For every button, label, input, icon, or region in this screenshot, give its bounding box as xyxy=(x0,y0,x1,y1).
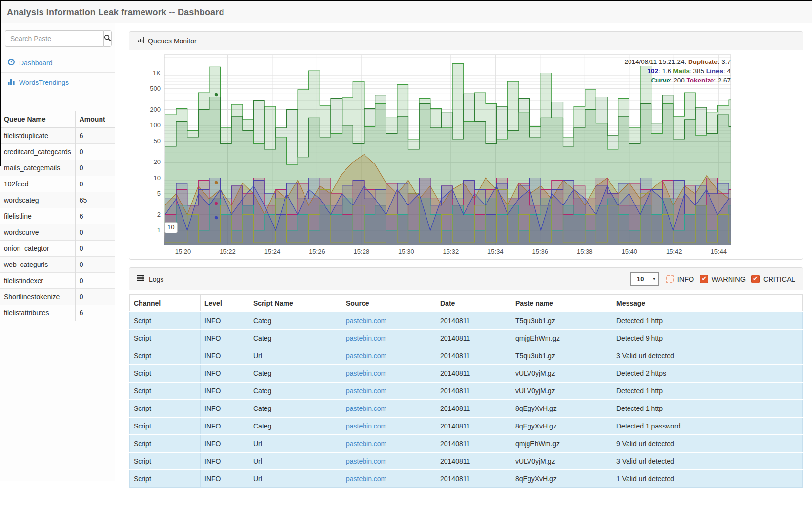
source-link[interactable]: pastebin.com xyxy=(346,352,386,360)
critical-filter-checkbox[interactable] xyxy=(751,275,760,283)
log-cell: qmjgEhWm.gz xyxy=(511,329,612,347)
window-top-edge xyxy=(0,0,812,1)
svg-text:15:20: 15:20 xyxy=(175,248,191,255)
log-column-header: Channel xyxy=(130,295,201,312)
svg-text:50: 50 xyxy=(154,137,161,144)
log-cell: Script xyxy=(130,435,201,452)
chart-legend-line: 102: 1.6 Mails: 385 Lines: 4 xyxy=(625,66,731,76)
chart-legend-segment: : 200 xyxy=(670,77,687,84)
log-cell: Categ xyxy=(249,365,342,382)
log-cell: INFO xyxy=(201,435,249,452)
log-cell: 1 Valid url detected xyxy=(612,470,803,488)
svg-text:2: 2 xyxy=(157,211,161,218)
queue-amount-cell: 6 xyxy=(75,305,115,321)
queue-row: creditcard_categcards0 xyxy=(0,144,115,160)
queue-row: onion_categtor0 xyxy=(0,241,115,257)
queue-row: wordscateg65 xyxy=(0,192,115,208)
sidebar-item-dashboard[interactable]: Dashboard xyxy=(0,53,115,73)
source-link[interactable]: pastebin.com xyxy=(346,369,386,377)
logs-heading: Logs 10 ▼ INFOWARNINGCRITICAL xyxy=(129,268,803,290)
svg-text:15:34: 15:34 xyxy=(487,248,504,255)
log-column-header: Level xyxy=(201,295,249,312)
log-cell: T5qu3ub1.gz xyxy=(511,312,612,329)
svg-text:5: 5 xyxy=(157,190,161,197)
warning-filter-label: WARNING xyxy=(711,275,746,283)
log-cell: vULV0yjM.gz xyxy=(511,365,612,382)
search-button[interactable] xyxy=(103,30,112,47)
queue-row: filelistduplicate6 xyxy=(0,127,115,144)
chart-legend-line: Curve: 200 Tokenize: 2.67 xyxy=(625,76,731,85)
log-cell: 8qEgyXvH.gz xyxy=(511,470,612,488)
log-source-cell: pastebin.com xyxy=(342,435,436,452)
sidebar-item-wordstrendings[interactable]: WordsTrendings xyxy=(0,73,115,92)
log-cell: 20140811 xyxy=(436,329,511,347)
log-column-header: Script Name xyxy=(249,295,342,312)
search-paste-input[interactable] xyxy=(5,30,103,47)
queue-name-cell: Shortlinestokenize xyxy=(0,289,75,305)
chart-legend-segment: Lines xyxy=(706,67,723,75)
source-link[interactable]: pastebin.com xyxy=(346,475,386,483)
log-cell: 3 Valid url detected xyxy=(612,347,803,365)
log-column-header: Date xyxy=(436,295,511,312)
log-cell: Script xyxy=(130,452,201,470)
log-source-cell: pastebin.com xyxy=(342,382,436,400)
chart-legend-segment: 2014/08/11 15:21:24: xyxy=(625,58,688,65)
chart-legend-segment: Duplicate xyxy=(688,58,718,65)
queue-name-cell: filelistduplicate xyxy=(0,127,75,144)
source-link[interactable]: pastebin.com xyxy=(346,440,386,448)
svg-text:20: 20 xyxy=(154,158,161,165)
source-link[interactable]: pastebin.com xyxy=(346,334,386,342)
log-cell: Script xyxy=(130,365,201,382)
sidebar: Dashboard WordsTrendings Queue Name Amou… xyxy=(0,23,115,481)
log-cell: Script xyxy=(130,382,201,400)
page-size-value: 10 xyxy=(631,273,650,285)
svg-text:500: 500 xyxy=(150,85,161,92)
log-cell: 20140811 xyxy=(436,470,511,488)
sidebar-item-label: Dashboard xyxy=(19,59,53,67)
svg-text:15:40: 15:40 xyxy=(622,248,638,255)
log-source-cell: pastebin.com xyxy=(342,452,436,470)
log-row: ScriptINFOCategpastebin.com20140811vULV0… xyxy=(130,382,803,400)
chart-legend: 2014/08/11 15:21:24: Duplicate: 3.7102: … xyxy=(625,57,731,85)
source-link[interactable]: pastebin.com xyxy=(346,457,386,465)
log-cell: INFO xyxy=(201,417,249,435)
log-cell: INFO xyxy=(201,470,249,488)
page-size-select[interactable]: 10 ▼ xyxy=(630,272,659,286)
queue-name-cell: web_categurls xyxy=(0,257,75,273)
search-icon xyxy=(104,34,111,43)
queues-monitor-panel: Queues Monitor 1K50020010050201052115:20… xyxy=(129,31,803,260)
chart-legend-segment: : 4 xyxy=(723,67,731,75)
source-link[interactable]: pastebin.com xyxy=(346,422,386,430)
log-level-filters: INFOWARNINGCRITICAL xyxy=(662,275,795,283)
log-cell: Url xyxy=(249,347,342,365)
svg-text:15:28: 15:28 xyxy=(354,248,370,255)
queue-amount-cell: 0 xyxy=(75,176,115,192)
log-cell: Categ xyxy=(249,400,342,417)
svg-text:1K: 1K xyxy=(153,69,161,77)
source-link[interactable]: pastebin.com xyxy=(346,387,386,395)
source-link[interactable]: pastebin.com xyxy=(346,317,386,325)
main-content: Queues Monitor 1K50020010050201052115:20… xyxy=(122,23,812,510)
window-left-edge xyxy=(0,0,1,166)
warning-filter-checkbox[interactable] xyxy=(700,275,708,283)
svg-text:15:36: 15:36 xyxy=(532,248,548,255)
log-column-header: Message xyxy=(612,295,803,312)
queue-row: wordscurve0 xyxy=(0,224,115,241)
log-cell: Script xyxy=(130,347,201,365)
log-cell: 20140811 xyxy=(436,312,511,329)
queue-name-cell: creditcard_categcards xyxy=(0,144,75,160)
log-cell: 20140811 xyxy=(436,435,511,452)
amount-header: Amount xyxy=(75,111,115,128)
queue-amount-cell: 6 xyxy=(75,208,115,224)
source-link[interactable]: pastebin.com xyxy=(346,405,386,412)
chart-tooltip: 10 xyxy=(164,222,178,233)
queue-amount-cell: 65 xyxy=(75,192,115,208)
log-cell: Detected 1 password xyxy=(612,417,803,435)
log-cell: INFO xyxy=(201,382,249,400)
info-filter-checkbox[interactable] xyxy=(666,275,674,283)
log-cell: INFO xyxy=(201,347,249,365)
log-column-header: Source xyxy=(342,295,436,312)
page-title: Analysis Information Leak framework -- D… xyxy=(7,7,224,18)
chart-legend-segment: Tokenize xyxy=(686,77,714,84)
queue-amount-cell: 0 xyxy=(75,241,115,257)
